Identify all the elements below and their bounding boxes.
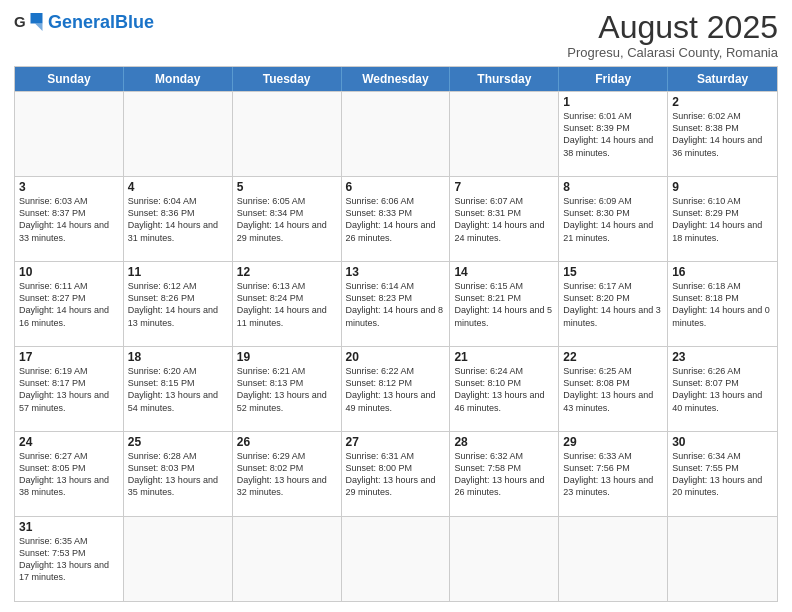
day-number: 1 [563, 95, 663, 109]
calendar-cell [342, 517, 451, 601]
day-info: Sunrise: 6:31 AM Sunset: 8:00 PM Dayligh… [346, 450, 446, 499]
calendar-cell: 7Sunrise: 6:07 AM Sunset: 8:31 PM Daylig… [450, 177, 559, 261]
calendar-cell: 11Sunrise: 6:12 AM Sunset: 8:26 PM Dayli… [124, 262, 233, 346]
calendar-cell: 9Sunrise: 6:10 AM Sunset: 8:29 PM Daylig… [668, 177, 777, 261]
header-day-sunday: Sunday [15, 67, 124, 91]
day-number: 15 [563, 265, 663, 279]
day-info: Sunrise: 6:24 AM Sunset: 8:10 PM Dayligh… [454, 365, 554, 414]
calendar-cell: 21Sunrise: 6:24 AM Sunset: 8:10 PM Dayli… [450, 347, 559, 431]
calendar-cell: 15Sunrise: 6:17 AM Sunset: 8:20 PM Dayli… [559, 262, 668, 346]
calendar-cell [124, 517, 233, 601]
day-info: Sunrise: 6:09 AM Sunset: 8:30 PM Dayligh… [563, 195, 663, 244]
calendar-cell [233, 517, 342, 601]
day-number: 20 [346, 350, 446, 364]
header-day-tuesday: Tuesday [233, 67, 342, 91]
day-number: 4 [128, 180, 228, 194]
calendar-cell: 8Sunrise: 6:09 AM Sunset: 8:30 PM Daylig… [559, 177, 668, 261]
day-number: 31 [19, 520, 119, 534]
calendar-cell: 4Sunrise: 6:04 AM Sunset: 8:36 PM Daylig… [124, 177, 233, 261]
day-info: Sunrise: 6:05 AM Sunset: 8:34 PM Dayligh… [237, 195, 337, 244]
calendar-cell [233, 92, 342, 176]
day-number: 25 [128, 435, 228, 449]
day-info: Sunrise: 6:32 AM Sunset: 7:58 PM Dayligh… [454, 450, 554, 499]
header: G GeneralBlue August 2025 Progresu, Cala… [14, 10, 778, 60]
title-block: August 2025 Progresu, Calarasi County, R… [567, 10, 778, 60]
day-info: Sunrise: 6:10 AM Sunset: 8:29 PM Dayligh… [672, 195, 773, 244]
calendar-week-4: 24Sunrise: 6:27 AM Sunset: 8:05 PM Dayli… [15, 431, 777, 516]
day-number: 24 [19, 435, 119, 449]
day-number: 6 [346, 180, 446, 194]
day-number: 28 [454, 435, 554, 449]
header-day-saturday: Saturday [668, 67, 777, 91]
calendar-cell: 28Sunrise: 6:32 AM Sunset: 7:58 PM Dayli… [450, 432, 559, 516]
svg-marker-2 [35, 24, 43, 32]
calendar-body: 1Sunrise: 6:01 AM Sunset: 8:39 PM Daylig… [15, 91, 777, 601]
calendar-cell: 16Sunrise: 6:18 AM Sunset: 8:18 PM Dayli… [668, 262, 777, 346]
day-info: Sunrise: 6:06 AM Sunset: 8:33 PM Dayligh… [346, 195, 446, 244]
calendar-cell: 18Sunrise: 6:20 AM Sunset: 8:15 PM Dayli… [124, 347, 233, 431]
day-info: Sunrise: 6:12 AM Sunset: 8:26 PM Dayligh… [128, 280, 228, 329]
day-number: 17 [19, 350, 119, 364]
day-info: Sunrise: 6:02 AM Sunset: 8:38 PM Dayligh… [672, 110, 773, 159]
calendar-header: SundayMondayTuesdayWednesdayThursdayFrid… [15, 67, 777, 91]
day-info: Sunrise: 6:21 AM Sunset: 8:13 PM Dayligh… [237, 365, 337, 414]
day-number: 19 [237, 350, 337, 364]
day-number: 5 [237, 180, 337, 194]
calendar-cell: 5Sunrise: 6:05 AM Sunset: 8:34 PM Daylig… [233, 177, 342, 261]
day-number: 30 [672, 435, 773, 449]
day-info: Sunrise: 6:34 AM Sunset: 7:55 PM Dayligh… [672, 450, 773, 499]
calendar-cell [342, 92, 451, 176]
day-info: Sunrise: 6:35 AM Sunset: 7:53 PM Dayligh… [19, 535, 119, 584]
day-number: 18 [128, 350, 228, 364]
calendar-cell: 23Sunrise: 6:26 AM Sunset: 8:07 PM Dayli… [668, 347, 777, 431]
calendar-cell [450, 92, 559, 176]
calendar-cell: 2Sunrise: 6:02 AM Sunset: 8:38 PM Daylig… [668, 92, 777, 176]
day-info: Sunrise: 6:15 AM Sunset: 8:21 PM Dayligh… [454, 280, 554, 329]
day-number: 13 [346, 265, 446, 279]
day-info: Sunrise: 6:19 AM Sunset: 8:17 PM Dayligh… [19, 365, 119, 414]
calendar-week-1: 3Sunrise: 6:03 AM Sunset: 8:37 PM Daylig… [15, 176, 777, 261]
calendar-cell [15, 92, 124, 176]
day-number: 27 [346, 435, 446, 449]
day-info: Sunrise: 6:29 AM Sunset: 8:02 PM Dayligh… [237, 450, 337, 499]
calendar-cell: 10Sunrise: 6:11 AM Sunset: 8:27 PM Dayli… [15, 262, 124, 346]
logo-icon: G [14, 10, 44, 34]
calendar-cell: 14Sunrise: 6:15 AM Sunset: 8:21 PM Dayli… [450, 262, 559, 346]
header-day-monday: Monday [124, 67, 233, 91]
day-info: Sunrise: 6:18 AM Sunset: 8:18 PM Dayligh… [672, 280, 773, 329]
day-info: Sunrise: 6:03 AM Sunset: 8:37 PM Dayligh… [19, 195, 119, 244]
header-day-thursday: Thursday [450, 67, 559, 91]
day-info: Sunrise: 6:33 AM Sunset: 7:56 PM Dayligh… [563, 450, 663, 499]
calendar-cell: 31Sunrise: 6:35 AM Sunset: 7:53 PM Dayli… [15, 517, 124, 601]
calendar-week-2: 10Sunrise: 6:11 AM Sunset: 8:27 PM Dayli… [15, 261, 777, 346]
day-info: Sunrise: 6:14 AM Sunset: 8:23 PM Dayligh… [346, 280, 446, 329]
day-info: Sunrise: 6:04 AM Sunset: 8:36 PM Dayligh… [128, 195, 228, 244]
day-info: Sunrise: 6:07 AM Sunset: 8:31 PM Dayligh… [454, 195, 554, 244]
day-number: 23 [672, 350, 773, 364]
logo-text: GeneralBlue [48, 12, 154, 32]
day-number: 8 [563, 180, 663, 194]
calendar-cell: 3Sunrise: 6:03 AM Sunset: 8:37 PM Daylig… [15, 177, 124, 261]
day-number: 29 [563, 435, 663, 449]
month-year-title: August 2025 [567, 10, 778, 45]
calendar-cell [124, 92, 233, 176]
day-number: 26 [237, 435, 337, 449]
calendar-week-5: 31Sunrise: 6:35 AM Sunset: 7:53 PM Dayli… [15, 516, 777, 601]
calendar: SundayMondayTuesdayWednesdayThursdayFrid… [14, 66, 778, 602]
day-number: 11 [128, 265, 228, 279]
day-info: Sunrise: 6:17 AM Sunset: 8:20 PM Dayligh… [563, 280, 663, 329]
calendar-cell: 30Sunrise: 6:34 AM Sunset: 7:55 PM Dayli… [668, 432, 777, 516]
day-number: 7 [454, 180, 554, 194]
calendar-cell: 29Sunrise: 6:33 AM Sunset: 7:56 PM Dayli… [559, 432, 668, 516]
day-info: Sunrise: 6:27 AM Sunset: 8:05 PM Dayligh… [19, 450, 119, 499]
calendar-cell: 22Sunrise: 6:25 AM Sunset: 8:08 PM Dayli… [559, 347, 668, 431]
calendar-cell: 13Sunrise: 6:14 AM Sunset: 8:23 PM Dayli… [342, 262, 451, 346]
svg-marker-1 [31, 13, 43, 24]
calendar-week-0: 1Sunrise: 6:01 AM Sunset: 8:39 PM Daylig… [15, 91, 777, 176]
day-info: Sunrise: 6:20 AM Sunset: 8:15 PM Dayligh… [128, 365, 228, 414]
day-number: 2 [672, 95, 773, 109]
header-day-friday: Friday [559, 67, 668, 91]
calendar-cell: 1Sunrise: 6:01 AM Sunset: 8:39 PM Daylig… [559, 92, 668, 176]
day-number: 22 [563, 350, 663, 364]
calendar-cell: 26Sunrise: 6:29 AM Sunset: 8:02 PM Dayli… [233, 432, 342, 516]
